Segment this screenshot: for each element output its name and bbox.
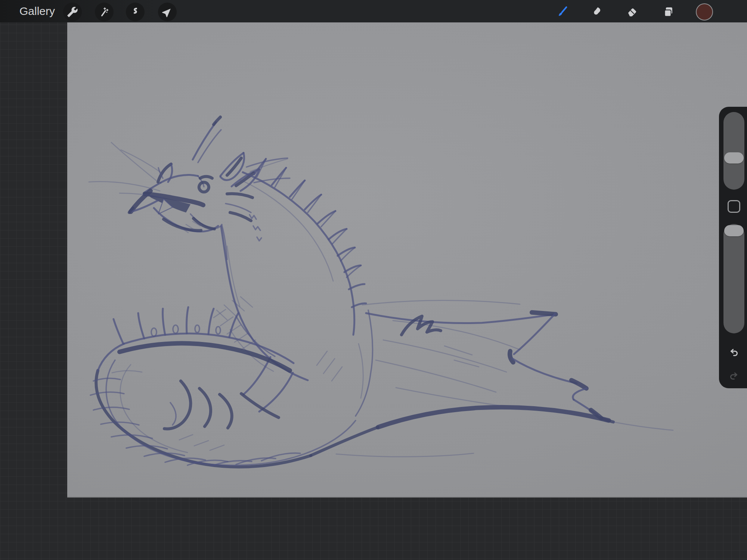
- top-toolbar: Gallery: [0, 0, 747, 22]
- tool-sidebar: [719, 107, 747, 388]
- smudge-tool-button[interactable]: [589, 4, 605, 20]
- gallery-label: Gallery: [19, 5, 55, 18]
- transform-button[interactable]: [158, 3, 177, 21]
- redo-arrow-icon: [728, 370, 740, 382]
- undo-arrow-icon: [728, 347, 740, 358]
- adjustments-button[interactable]: [95, 3, 114, 21]
- color-swatch[interactable]: [696, 3, 713, 21]
- layers-icon: [662, 5, 675, 19]
- actions-button[interactable]: [63, 3, 82, 21]
- brush-size-slider-handle[interactable]: [724, 152, 744, 164]
- opacity-slider[interactable]: [723, 224, 744, 333]
- layers-button[interactable]: [660, 4, 677, 20]
- opacity-slider-handle[interactable]: [724, 225, 744, 236]
- paintbrush-icon: [555, 5, 569, 19]
- selection-s-icon: [130, 6, 141, 18]
- brush-size-slider[interactable]: [723, 112, 744, 190]
- wrench-icon: [67, 6, 78, 18]
- eraser-icon: [625, 5, 639, 19]
- erase-tool-button[interactable]: [624, 4, 640, 20]
- smudge-finger-icon: [590, 5, 604, 19]
- modify-button[interactable]: [728, 200, 740, 213]
- dragon-sketch: [67, 22, 747, 497]
- redo-button[interactable]: [728, 370, 740, 382]
- canvas-surface[interactable]: [67, 22, 747, 498]
- gallery-button[interactable]: Gallery: [19, 0, 55, 22]
- selection-button[interactable]: [126, 3, 145, 21]
- transform-arrow-icon: [162, 6, 173, 18]
- magic-wand-icon: [99, 6, 110, 18]
- procreate-app: Gallery: [0, 0, 747, 560]
- paint-tool-button[interactable]: [554, 4, 570, 20]
- undo-button[interactable]: [728, 347, 740, 358]
